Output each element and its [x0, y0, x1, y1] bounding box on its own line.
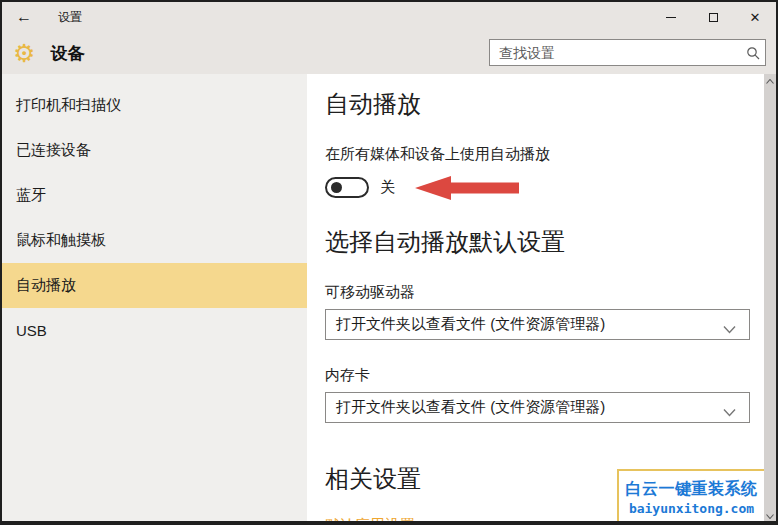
- vertical-scrollbar[interactable]: [764, 74, 776, 523]
- memory-card-select[interactable]: 打开文件夹以查看文件 (文件资源管理器): [325, 392, 750, 423]
- maximize-icon: [709, 13, 718, 22]
- app-body: 打印机和扫描仪 已连接设备 蓝牙 鼠标和触摸板 自动播放 USB 自动播放 在所…: [2, 74, 776, 523]
- gear-icon: ⚙: [13, 41, 35, 66]
- chevron-down-icon: [723, 403, 736, 420]
- sidebar-item-connected-devices[interactable]: 已连接设备: [2, 128, 307, 173]
- sidebar-item-bluetooth[interactable]: 蓝牙: [2, 173, 307, 218]
- removable-drive-value: 打开文件夹以查看文件 (文件资源管理器): [336, 315, 605, 334]
- toggle-state-label: 关: [380, 178, 395, 197]
- sidebar-item-autoplay[interactable]: 自动播放: [2, 263, 307, 308]
- autoplay-toggle[interactable]: [325, 177, 369, 198]
- window-controls: ✕: [650, 2, 776, 32]
- watermark-title: 白云一键重装系统: [626, 479, 758, 500]
- memory-card-label: 内存卡: [325, 366, 776, 385]
- scroll-down-icon[interactable]: [764, 509, 776, 523]
- toggle-knob: [331, 182, 342, 193]
- autoplay-heading: 自动播放: [325, 90, 776, 119]
- search-input[interactable]: [490, 45, 741, 61]
- sidebar-item-mouse-touchpad[interactable]: 鼠标和触摸板: [2, 218, 307, 263]
- autoplay-defaults-heading: 选择自动播放默认设置: [325, 228, 776, 257]
- back-button[interactable]: ←: [4, 8, 44, 26]
- window-title: 设置: [58, 9, 82, 26]
- scroll-up-icon[interactable]: [764, 74, 776, 88]
- autoplay-description: 在所有媒体和设备上使用自动播放: [325, 145, 776, 164]
- default-app-settings-link[interactable]: 默认应用设置: [325, 516, 415, 525]
- close-icon: ✕: [750, 10, 761, 25]
- title-bar: ← 设置 ✕: [2, 2, 776, 32]
- minimize-button[interactable]: [650, 2, 692, 32]
- page-header: ⚙ 设备: [2, 32, 776, 74]
- search-icon[interactable]: [741, 46, 765, 60]
- close-button[interactable]: ✕: [734, 2, 776, 32]
- search-box[interactable]: [489, 39, 766, 66]
- sidebar-item-printers-scanners[interactable]: 打印机和扫描仪: [2, 83, 307, 128]
- sidebar: 打印机和扫描仪 已连接设备 蓝牙 鼠标和触摸板 自动播放 USB: [2, 74, 307, 523]
- chevron-down-icon: [723, 320, 736, 337]
- sidebar-item-usb[interactable]: USB: [2, 308, 307, 353]
- back-arrow-icon: ←: [16, 8, 32, 25]
- watermark-url: baiyunxitong.com: [629, 501, 754, 516]
- removable-drive-label: 可移动驱动器: [325, 283, 776, 302]
- red-arrow-annotation: [413, 174, 523, 202]
- page-title: 设备: [50, 42, 84, 65]
- settings-window: ← 设置 ✕ ⚙ 设备: [0, 0, 778, 525]
- maximize-button[interactable]: [692, 2, 734, 32]
- main-content: 自动播放 在所有媒体和设备上使用自动播放 关 选择自动播放默认设置 可移动驱动器…: [307, 74, 776, 523]
- minimize-icon: [666, 17, 676, 18]
- watermark-badge: 白云一键重装系统 baiyunxitong.com: [617, 469, 764, 523]
- memory-card-value: 打开文件夹以查看文件 (文件资源管理器): [336, 398, 605, 417]
- removable-drive-select[interactable]: 打开文件夹以查看文件 (文件资源管理器): [325, 309, 750, 340]
- autoplay-toggle-row: 关: [325, 175, 776, 201]
